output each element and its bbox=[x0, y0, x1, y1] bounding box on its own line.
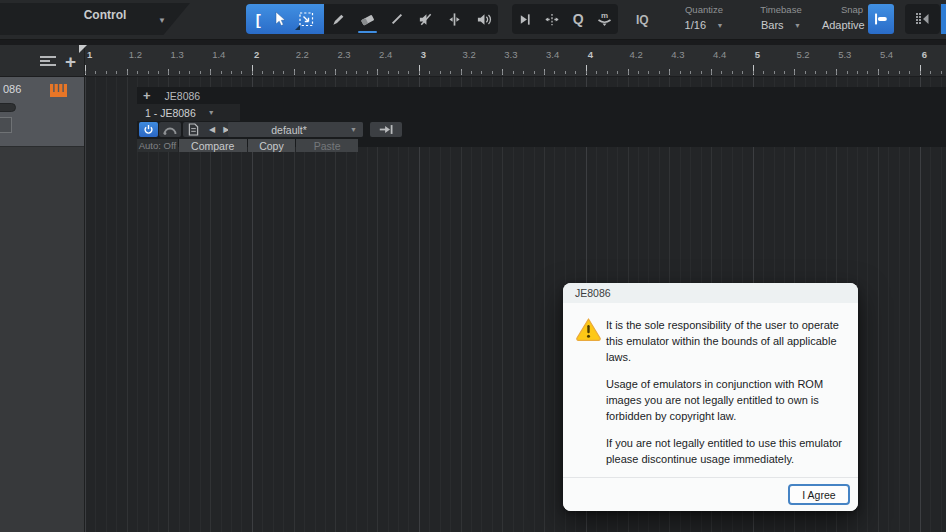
automation-button[interactable] bbox=[159, 122, 181, 137]
timeline-ruler[interactable]: 11.21.31.422.22.32.433.23.33.444.24.34.4… bbox=[85, 45, 946, 77]
dialog-message: It is the sole responsibility of the use… bbox=[606, 317, 848, 478]
ruler-label: 5.3 bbox=[838, 49, 851, 60]
add-editor-tab-button[interactable]: + bbox=[143, 88, 151, 103]
timeline-ruler-row: + 11.21.31.422.22.32.433.23.33.444.24.34… bbox=[0, 45, 946, 77]
preset-dropdown-value[interactable]: default* bbox=[228, 124, 350, 136]
editor-tab-bar: + JE8086 bbox=[137, 87, 946, 104]
chevron-down-icon: ▼ bbox=[794, 22, 801, 29]
track-name[interactable]: 086 bbox=[3, 83, 21, 95]
ruler-tick bbox=[419, 65, 420, 75]
ruler-label: 2.3 bbox=[337, 49, 350, 60]
compare-button[interactable]: Compare bbox=[179, 139, 247, 152]
mute-tool[interactable] bbox=[411, 4, 440, 34]
previous-preset-button[interactable]: ◀ bbox=[205, 125, 219, 134]
listen-tool[interactable] bbox=[469, 4, 498, 34]
quantize-value[interactable]: 1/16 bbox=[685, 19, 706, 31]
pencil-tool[interactable] bbox=[324, 4, 353, 34]
line-tool[interactable] bbox=[382, 4, 411, 34]
autoscroll-button[interactable] bbox=[512, 4, 539, 34]
action-group: Q m bbox=[512, 4, 618, 34]
timestretch-button[interactable] bbox=[539, 4, 566, 34]
tool-group: [ bbox=[246, 4, 498, 34]
add-track-icon[interactable]: + bbox=[65, 52, 76, 71]
quantize-button[interactable]: Q bbox=[565, 4, 592, 34]
timebase-label: Timebase bbox=[748, 4, 814, 15]
macro-icon: m bbox=[596, 11, 613, 27]
track-control-box[interactable] bbox=[0, 117, 12, 133]
control-dropdown-label[interactable]: Control bbox=[55, 8, 155, 22]
copy-button[interactable]: Copy bbox=[248, 139, 296, 152]
snap-toggle-button[interactable] bbox=[868, 4, 894, 34]
chevron-down-icon: ▼ bbox=[716, 22, 723, 29]
ruler-label: 1.3 bbox=[170, 49, 183, 60]
ruler-tick bbox=[168, 69, 169, 75]
line-icon bbox=[390, 12, 404, 26]
macro-button[interactable]: m bbox=[592, 4, 619, 34]
ruler-tick bbox=[544, 69, 545, 75]
ruler-tick bbox=[836, 69, 837, 75]
ruler-tick bbox=[294, 69, 295, 75]
selection-tool-active[interactable]: [ bbox=[246, 4, 324, 34]
tool-flyout-indicator bbox=[295, 25, 300, 30]
ruler-label: 4.2 bbox=[630, 49, 643, 60]
quantize-selector[interactable]: Quantize 1/16 ▼ bbox=[664, 4, 744, 36]
timebase-value[interactable]: Bars bbox=[761, 19, 784, 31]
eraser-tool[interactable] bbox=[353, 4, 382, 34]
open-panel-icon bbox=[915, 12, 931, 26]
editor-tab-label[interactable]: JE8086 bbox=[165, 90, 201, 102]
ruler-label: 3.2 bbox=[463, 49, 476, 60]
agree-button[interactable]: I Agree bbox=[788, 484, 850, 505]
svg-text:m: m bbox=[601, 11, 608, 20]
snap-value[interactable]: Adaptive bbox=[822, 19, 865, 31]
ruler-label: 6 bbox=[922, 49, 927, 60]
dialog-paragraph: Usage of emulators in conjunction with R… bbox=[606, 376, 848, 424]
track-list-icon[interactable] bbox=[39, 55, 57, 67]
top-toolbar: ▼ Control ▼ [ bbox=[0, 0, 946, 40]
chevron-down-icon[interactable]: ▼ bbox=[158, 16, 166, 25]
autoscroll-icon bbox=[518, 12, 533, 27]
ruler-tick bbox=[127, 69, 128, 75]
listen-icon bbox=[476, 12, 492, 27]
range-select-icon[interactable]: [ bbox=[256, 12, 261, 27]
power-icon bbox=[143, 124, 154, 135]
bend-tool[interactable] bbox=[440, 4, 469, 34]
arrow-cursor-icon[interactable] bbox=[272, 11, 287, 27]
zoom-q-icon: Q bbox=[573, 11, 584, 27]
marquee-add-icon[interactable] bbox=[299, 12, 314, 27]
ruler-tick bbox=[669, 69, 670, 75]
input-quantize-label[interactable]: IQ bbox=[636, 13, 649, 27]
ruler-label: 4.4 bbox=[713, 49, 726, 60]
ruler-label: 2.4 bbox=[379, 49, 392, 60]
bypass-power-button[interactable] bbox=[139, 122, 158, 137]
track-panel: 086 bbox=[0, 77, 85, 532]
part-selector-value[interactable]: 1 - JE8086 bbox=[145, 107, 196, 119]
chevron-down-icon: ▼ bbox=[208, 109, 215, 116]
ruler-tick bbox=[461, 69, 462, 75]
quantize-label: Quantize bbox=[664, 4, 744, 15]
chevron-down-icon: ▼ bbox=[350, 126, 357, 133]
insert-to-track-button[interactable] bbox=[370, 122, 402, 137]
dialog-titlebar: JE8086 bbox=[563, 283, 858, 303]
auto-toggle[interactable]: Auto: Off bbox=[137, 139, 178, 152]
timestretch-icon bbox=[544, 12, 560, 27]
dialog-title: JE8086 bbox=[575, 287, 611, 299]
panel-toggle-button[interactable] bbox=[905, 4, 940, 34]
ruler-label: 2.2 bbox=[296, 49, 309, 60]
automation-dial-icon bbox=[163, 125, 177, 135]
ruler-tick bbox=[210, 69, 211, 75]
paste-button[interactable]: Paste bbox=[296, 139, 358, 152]
timebase-selector[interactable]: Timebase Bars ▼ bbox=[748, 4, 814, 36]
mute-icon bbox=[418, 12, 433, 27]
ruler-label: 4.3 bbox=[671, 49, 684, 60]
preset-file-icon[interactable] bbox=[188, 123, 199, 136]
ruler-label: 3.4 bbox=[546, 49, 559, 60]
dialog-paragraph: If you are not legally entitled to use t… bbox=[606, 435, 848, 467]
part-selector-dropdown[interactable]: 1 - JE8086 ▼ bbox=[137, 104, 240, 121]
instrument-keyboard-icon[interactable] bbox=[50, 84, 68, 97]
toolbar-edge-button[interactable] bbox=[941, 4, 946, 34]
preset-dropdown[interactable]: default* ▼ bbox=[228, 122, 363, 137]
track-volume-knob[interactable] bbox=[0, 103, 16, 112]
warning-triangle-icon bbox=[575, 317, 602, 342]
track-row[interactable]: 086 bbox=[0, 77, 84, 147]
bend-icon bbox=[447, 12, 462, 27]
